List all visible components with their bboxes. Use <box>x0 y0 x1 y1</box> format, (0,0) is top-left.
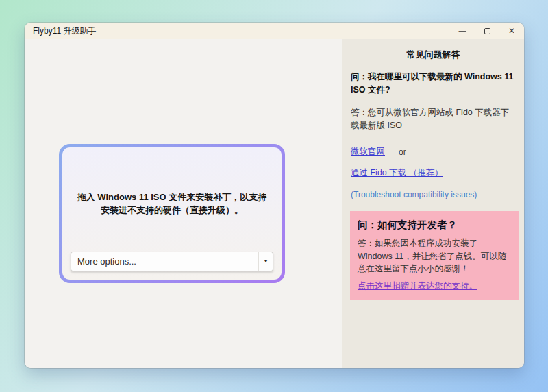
minimize-icon: — <box>459 27 466 34</box>
faq-sidebar: 常见问题解答 问：我在哪里可以下载最新的 Windows 11 ISO 文件? … <box>342 39 524 368</box>
maximize-button[interactable] <box>475 23 499 39</box>
window-title: Flyby11 升级助手 <box>25 25 96 37</box>
fido-download-link[interactable]: 通过 Fido 下载 （推荐） <box>351 167 443 179</box>
chevron-down-icon: ▼ <box>263 259 268 263</box>
faq1-answer: 答：您可从微软官方网站或 Fido 下载器下载最新版 ISO <box>351 106 516 132</box>
faq2-answer: 答：如果您因本程序成功安装了 Windows 11，并让您省了点钱。可以随意在这… <box>358 237 512 275</box>
maximize-icon <box>484 28 490 34</box>
or-label: or <box>399 147 406 157</box>
iso-dropzone[interactable]: 拖入 Windows 11 ISO 文件来安装补丁，以支持安装进不支持的硬件（直… <box>59 144 285 283</box>
faq1-question: 问：我在哪里可以下载最新的 Windows 11 ISO 文件? <box>351 71 516 97</box>
microsoft-site-link[interactable]: 微软官网 <box>351 146 385 158</box>
faq-section-title: 常见问题解答 <box>351 49 516 61</box>
combobox-dropdown-button[interactable]: ▼ <box>258 252 273 271</box>
donate-link[interactable]: 点击这里捐赠并表达您的支持。 <box>358 280 477 292</box>
title-bar: Flyby11 升级助手 — ✕ <box>25 23 524 39</box>
combobox-value: More options... <box>71 256 258 267</box>
close-icon: ✕ <box>508 27 515 35</box>
dropzone-instruction: 拖入 Windows 11 ISO 文件来安装补丁，以支持安装进不支持的硬件（直… <box>75 191 269 217</box>
window-content: 拖入 Windows 11 ISO 文件来安装补丁，以支持安装进不支持的硬件（直… <box>25 39 524 368</box>
faq2-question: 问：如何支持开发者？ <box>358 219 512 232</box>
close-button[interactable]: ✕ <box>499 23 524 39</box>
more-options-combobox[interactable]: More options... ▼ <box>71 252 273 271</box>
window-controls: — ✕ <box>450 23 524 39</box>
minimize-button[interactable]: — <box>450 23 475 39</box>
support-developer-box: 问：如何支持开发者？ 答：如果您因本程序成功安装了 Windows 11，并让您… <box>350 211 519 300</box>
app-window: Flyby11 升级助手 — ✕ 拖入 Windows 11 ISO 文件来安装… <box>25 23 524 368</box>
troubleshoot-link[interactable]: (Troubleshoot compatibility issues) <box>351 190 477 199</box>
main-panel: 拖入 Windows 11 ISO 文件来安装补丁，以支持安装进不支持的硬件（直… <box>25 39 342 368</box>
download-links-row: 微软官网 or <box>351 146 516 158</box>
